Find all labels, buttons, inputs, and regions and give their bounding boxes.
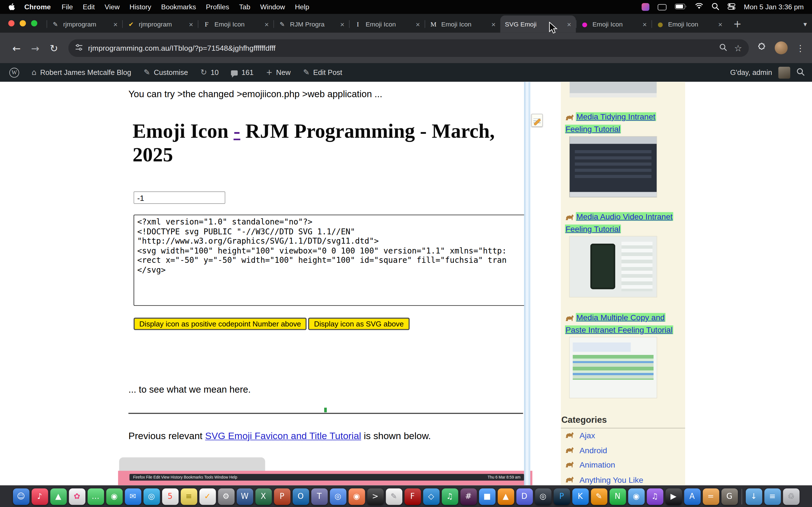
menu-item[interactable]: File bbox=[62, 3, 73, 11]
browser-tab[interactable]: F Emoji Icon × bbox=[198, 15, 273, 33]
dock-app-icon[interactable]: ☺ bbox=[13, 488, 29, 505]
dock-app-icon[interactable]: N bbox=[609, 488, 626, 505]
dock-shortcut-icon[interactable]: ♲ bbox=[783, 488, 799, 505]
dock-app-icon[interactable]: T bbox=[311, 488, 327, 505]
dock-app-icon[interactable]: # bbox=[460, 488, 477, 505]
dock-app-icon[interactable]: ▲ bbox=[50, 488, 66, 505]
dock-app-icon[interactable]: ■ bbox=[479, 488, 495, 505]
tab-close-icon[interactable]: × bbox=[264, 20, 269, 28]
url-text[interactable]: rjmprogramming.com.au/ITblog/?p=71548&jg… bbox=[88, 44, 715, 52]
dock-shortcut-icon[interactable]: ≡ bbox=[764, 488, 781, 505]
dock-app-icon[interactable]: P bbox=[553, 488, 570, 505]
dock-app-icon[interactable]: ♪ bbox=[31, 488, 48, 505]
updates-link[interactable]: ↻ 10 bbox=[194, 63, 225, 82]
display-icon[interactable] bbox=[658, 4, 666, 10]
tutorial-thumbnail[interactable] bbox=[569, 236, 657, 297]
tutorial-link[interactable]: Media Multiple Copy and Paste Intranet F… bbox=[565, 313, 673, 334]
dock-app-icon[interactable]: ◎ bbox=[329, 488, 346, 505]
menu-item[interactable]: Bookmarks bbox=[161, 3, 196, 11]
dock-app-icon[interactable]: ▶ bbox=[665, 488, 682, 505]
dock-app-icon[interactable]: O bbox=[292, 488, 309, 505]
menu-item[interactable]: History bbox=[130, 3, 151, 11]
dock-app-icon[interactable]: ⚙ bbox=[218, 488, 234, 505]
wordpress-logo[interactable]: W bbox=[3, 63, 26, 82]
dock-shortcut-icon[interactable]: ↓ bbox=[746, 488, 762, 505]
dock-app-icon[interactable]: K bbox=[572, 488, 589, 505]
admin-avatar[interactable] bbox=[778, 66, 790, 78]
dock-app-icon[interactable]: ✎ bbox=[386, 488, 402, 505]
back-button[interactable]: ← bbox=[7, 39, 26, 57]
category-item[interactable]: Animation bbox=[565, 458, 685, 473]
dock-app-icon[interactable]: ◉ bbox=[628, 488, 645, 505]
dock-app-icon[interactable]: … bbox=[87, 488, 104, 505]
browser-tab[interactable]: ● Emoji Icon × bbox=[652, 15, 727, 33]
comments-link[interactable]: 161 bbox=[225, 63, 260, 82]
category-link[interactable]: Animation bbox=[579, 460, 615, 470]
browser-menu-icon[interactable]: ⋮ bbox=[796, 43, 805, 53]
display-svg-button[interactable]: Display icon as SVG above bbox=[308, 318, 409, 330]
active-app-name[interactable]: Chrome bbox=[24, 3, 51, 11]
previous-tutorial-link[interactable]: SVG Emoji Favicon and Title Tutorial bbox=[205, 431, 361, 441]
tab-close-icon[interactable]: × bbox=[416, 20, 420, 28]
dock-app-icon[interactable]: ▲ bbox=[497, 488, 514, 505]
zoom-icon[interactable] bbox=[719, 43, 727, 52]
category-item[interactable]: Android bbox=[565, 443, 685, 458]
category-item[interactable]: Anything You Like bbox=[565, 473, 685, 485]
admin-greeting[interactable]: G'day, admin bbox=[730, 68, 772, 76]
dock-app-icon[interactable]: F bbox=[404, 488, 421, 505]
apple-logo-icon[interactable] bbox=[8, 3, 15, 11]
heading-dash-link[interactable]: - bbox=[234, 119, 240, 142]
dock-app-icon[interactable]: ✿ bbox=[68, 488, 85, 505]
new-content-link[interactable]: + New bbox=[260, 63, 297, 82]
dock-app-icon[interactable]: D bbox=[516, 488, 532, 505]
minimize-window-button[interactable] bbox=[20, 20, 26, 26]
dock-app-icon[interactable]: ✓ bbox=[199, 488, 216, 505]
embedded-tutorial-image[interactable]: Firefox File Edit View History Bookmarks… bbox=[118, 457, 532, 485]
menu-item[interactable]: Window bbox=[260, 3, 285, 11]
status-badge-icon[interactable] bbox=[642, 3, 650, 11]
tutorial-thumbnail[interactable] bbox=[569, 337, 657, 398]
dock-app-icon[interactable]: 5 bbox=[162, 488, 179, 505]
fullscreen-window-button[interactable] bbox=[31, 20, 37, 26]
browser-tab[interactable]: ✔ rjmprogram × bbox=[122, 15, 198, 33]
dock-app-icon[interactable]: A bbox=[684, 488, 700, 505]
new-tab-button[interactable]: + bbox=[730, 17, 745, 31]
dock-app-icon[interactable]: ♫ bbox=[647, 488, 663, 505]
dock-app-icon[interactable]: ◇ bbox=[423, 488, 440, 505]
tab-close-icon[interactable]: × bbox=[113, 20, 117, 28]
browser-tab[interactable]: I Emoji Icon × bbox=[349, 15, 424, 33]
browser-tab[interactable]: ● Emoji Icon × bbox=[576, 15, 651, 33]
browser-tab[interactable]: ✎ RJM Progra × bbox=[273, 15, 349, 33]
menu-bar-clock[interactable]: Mon 5 Jan 3:36 pm bbox=[744, 3, 804, 11]
tutorial-thumbnail[interactable] bbox=[569, 136, 657, 197]
extensions-icon[interactable] bbox=[757, 42, 766, 54]
dock-app-icon[interactable]: X bbox=[255, 488, 272, 505]
dock-app-icon[interactable]: P bbox=[274, 488, 290, 505]
menu-item[interactable]: Edit bbox=[83, 3, 95, 11]
tutorial-link[interactable]: Media Audio Video Intranet Feeling Tutor… bbox=[565, 212, 673, 233]
dock-app-icon[interactable]: ◎ bbox=[535, 488, 551, 505]
site-settings-icon[interactable] bbox=[75, 43, 83, 52]
category-link[interactable]: Android bbox=[579, 446, 607, 455]
tab-search-chevron-icon[interactable]: ▾ bbox=[804, 20, 807, 28]
battery-icon[interactable] bbox=[675, 3, 687, 11]
menu-item[interactable]: View bbox=[105, 3, 119, 11]
category-link[interactable]: Ajax bbox=[579, 431, 595, 440]
menu-item[interactable]: Profiles bbox=[206, 3, 229, 11]
dock-app-icon[interactable]: W bbox=[236, 488, 253, 505]
customise-link[interactable]: ✎ Customise bbox=[137, 63, 194, 82]
site-name-link[interactable]: ⌂ Robert James Metcalfe Blog bbox=[26, 63, 137, 82]
dock-app-icon[interactable]: ♫ bbox=[442, 488, 458, 505]
codepoint-input[interactable] bbox=[134, 191, 225, 204]
partial-thumbnail[interactable] bbox=[569, 82, 657, 97]
address-bar[interactable]: rjmprogramming.com.au/ITblog/?p=71548&jg… bbox=[68, 39, 749, 57]
tab-close-icon[interactable]: × bbox=[340, 20, 344, 28]
dock-app-icon[interactable]: ◉ bbox=[106, 488, 123, 505]
dock-app-icon[interactable]: G bbox=[721, 488, 738, 505]
dock-app-icon[interactable]: ◉ bbox=[348, 488, 365, 505]
category-link[interactable]: Anything You Like bbox=[579, 475, 643, 485]
profile-avatar[interactable] bbox=[775, 41, 788, 54]
tab-close-icon[interactable]: × bbox=[643, 20, 647, 28]
browser-tab[interactable]: M Emoji Icon × bbox=[424, 15, 500, 33]
close-window-button[interactable] bbox=[8, 20, 14, 26]
